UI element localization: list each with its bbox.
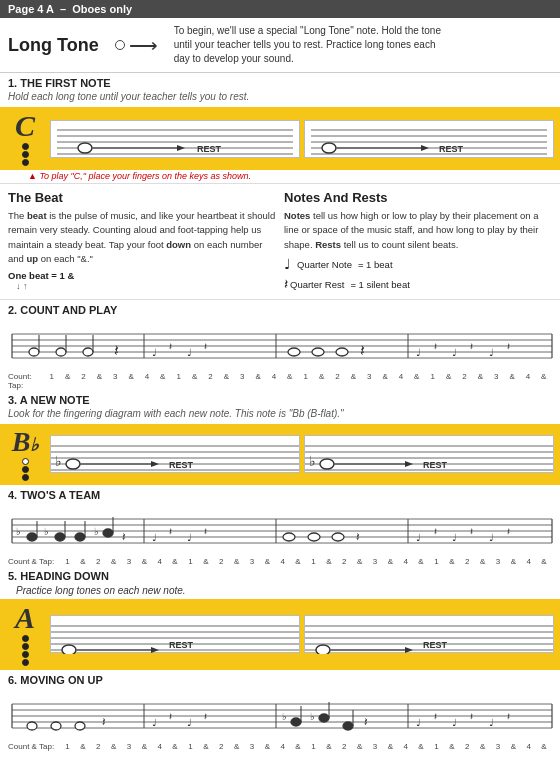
count-seg-6-4: 1&2&3&4& [429, 742, 552, 751]
svg-text:REST: REST [169, 460, 194, 470]
svg-text:♩: ♩ [152, 347, 157, 358]
section-6-title: 6. MOVING ON UP [8, 674, 552, 686]
section-3: 3. A NEW NOTE Look for the fingering dia… [0, 390, 560, 424]
svg-text:𝄽: 𝄽 [114, 345, 119, 356]
staff-svg-right-c: REST [311, 120, 547, 158]
section-4-number: 4. [8, 489, 17, 501]
svg-text:𝄽: 𝄽 [204, 343, 207, 350]
section-2-number: 2. [8, 304, 17, 316]
fd-dot-3 [22, 159, 29, 166]
header-separator: – [60, 3, 66, 15]
svg-text:♩: ♩ [452, 532, 457, 543]
notes-rests-text: Notes tell us how high or low to play by… [284, 209, 552, 252]
svg-point-135 [75, 722, 85, 730]
beat-title: The Beat [8, 190, 276, 205]
section-5-note-left: A [6, 603, 44, 666]
count-segment-3: 1&2&3&4& [298, 372, 425, 390]
staff-left-a: REST [50, 615, 300, 653]
svg-text:♩: ♩ [187, 717, 192, 728]
beat-text: The beat is the pulse of music, and like… [8, 209, 276, 266]
section-4-label: TWO'S A TEAM [20, 489, 100, 501]
svg-marker-67 [405, 461, 413, 467]
svg-text:♩: ♩ [152, 717, 157, 728]
svg-point-110 [62, 645, 76, 654]
section-6-number: 6. [8, 674, 17, 686]
svg-text:𝄽: 𝄽 [169, 528, 172, 535]
svg-text:♩: ♩ [187, 532, 192, 543]
svg-text:♭: ♭ [94, 526, 99, 537]
section-5-staff: A REST [0, 599, 560, 670]
quarter-note-label: Quarter Note [297, 259, 352, 270]
svg-marker-121 [405, 647, 413, 653]
count-seg-4-4: 1&2&3&4& [429, 557, 552, 566]
section-1-note-letter: C [15, 111, 35, 141]
svg-text:𝄽: 𝄽 [360, 345, 365, 356]
section-3-label: A NEW NOTE [20, 394, 90, 406]
section-6-count-row: Count & Tap: 1&2&3&4& 1&2&3&4& 1&2&3&4& … [0, 742, 560, 751]
section-1-warning: ▲ To play "C," place your fingers on the… [0, 170, 560, 183]
section-5-subtitle: Practice long tones on each new note. [8, 584, 552, 597]
svg-text:♩: ♩ [416, 347, 421, 358]
count-segment-2: 1&2&3&4& [171, 372, 298, 390]
notes-rests-col: Notes And Rests Notes tell us how high o… [284, 190, 552, 293]
finger-diagram-c [22, 143, 29, 166]
svg-marker-7 [177, 145, 185, 151]
svg-point-95 [283, 533, 295, 541]
quarter-rest-label: Quarter Rest [290, 279, 344, 290]
long-tone-desc: To begin, we'll use a special "Long Tone… [174, 24, 454, 66]
section-2-title: 2. COUNT AND PLAY [8, 304, 552, 316]
svg-point-32 [83, 348, 93, 356]
section-2-label: COUNT AND PLAY [20, 304, 117, 316]
svg-point-83 [55, 533, 65, 541]
section-4-staff-container: ♭ ♭ ♭ 𝄽 ♩ 𝄽 ♩ 𝄽 𝄽 ♩ 𝄽 ♩ 𝄽 ♩ 𝄽 [4, 507, 556, 555]
staff-svg-left-a: REST [51, 616, 299, 654]
count-seg-4-2: 1&2&3&4& [183, 557, 306, 566]
section-2-staff-svg: 𝄽 ♩ 𝄽 ♩ 𝄽 𝄽 ♩ 𝄽 ♩ 𝄽 ♩ 𝄽 [4, 322, 556, 368]
count-label: Count:Tap: [8, 372, 44, 390]
svg-text:𝄽: 𝄽 [169, 713, 172, 720]
svg-text:𝄽: 𝄽 [470, 528, 473, 535]
notes-rests-content: Notes tell us how high or low to play by… [284, 210, 539, 250]
lt-circle-left [115, 40, 125, 50]
svg-text:𝄽: 𝄽 [434, 528, 437, 535]
quarter-rest-def: 𝄽 Quarter Rest = 1 silent beat [284, 277, 552, 293]
svg-point-5 [78, 143, 92, 153]
svg-point-147 [343, 722, 353, 730]
svg-text:REST: REST [423, 460, 448, 470]
fd-dot-bb-1 [22, 466, 29, 473]
lt-arrow: ⟶ [129, 33, 158, 57]
section-5-number: 5. [8, 570, 17, 582]
section-1-staff: C REST [0, 107, 560, 170]
page-number: Page 4 A [8, 3, 54, 15]
one-beat-label: One beat = 1 & [8, 270, 276, 281]
staff-svg-left-bb: ♭ REST [51, 436, 299, 474]
fd-dot-bb-2 [22, 474, 29, 481]
long-tone-diagram: ⟶ [115, 33, 158, 57]
section-1-staff-content: REST REST [50, 111, 554, 166]
svg-text:♩: ♩ [489, 347, 494, 358]
svg-text:𝄽: 𝄽 [470, 343, 473, 350]
section-4-staff-svg: ♭ ♭ ♭ 𝄽 ♩ 𝄽 ♩ 𝄽 𝄽 ♩ 𝄽 ♩ 𝄽 ♩ 𝄽 [4, 507, 556, 553]
svg-point-145 [319, 714, 329, 722]
count-tap-label-4: Count & Tap: [8, 557, 60, 566]
section-5-label: HEADING DOWN [20, 570, 109, 582]
svg-text:REST: REST [169, 640, 194, 650]
svg-point-133 [27, 722, 37, 730]
section-6: 6. MOVING ON UP [0, 670, 560, 690]
fd-empty-1 [22, 458, 29, 465]
svg-point-88 [103, 529, 113, 537]
count-segment-4: 1&2&3&4& [425, 372, 552, 390]
staff-svg-right-a: REST [305, 616, 553, 654]
svg-text:𝄽: 𝄽 [169, 343, 172, 350]
svg-point-97 [332, 533, 344, 541]
svg-text:♩: ♩ [489, 717, 494, 728]
section-3-number: 3. [8, 394, 17, 406]
svg-point-96 [308, 533, 320, 541]
svg-point-28 [29, 348, 39, 356]
svg-text:♩: ♩ [416, 717, 421, 728]
section-3-note-letter: B♭ [12, 428, 39, 456]
beat-col: The Beat The beat is the pulse of music,… [8, 190, 276, 293]
svg-text:♭: ♭ [44, 526, 49, 537]
svg-point-142 [291, 718, 301, 726]
svg-text:𝄽: 𝄽 [507, 713, 510, 720]
